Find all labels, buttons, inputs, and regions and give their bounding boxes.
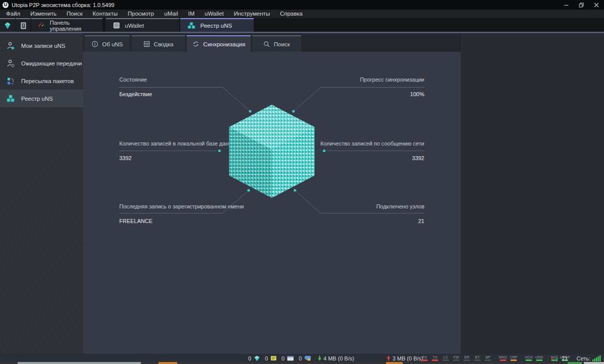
contacts-toolbar-button[interactable] [16, 18, 31, 32]
indicator-mng: MNG [498, 355, 508, 361]
sidebar-item-label: Реестр uNS [21, 96, 53, 102]
indicator-rx: RX [419, 355, 430, 361]
indicator-lc: LC [440, 355, 451, 361]
menu-item-edit[interactable]: Изменить [25, 10, 61, 18]
network-label: Сеть: [576, 355, 590, 361]
indicator-bt: BT [472, 355, 483, 361]
tab-summary[interactable]: Сводка [131, 35, 185, 52]
minimize-button[interactable] [559, 0, 574, 10]
window-controls [559, 0, 604, 10]
app-tab-label: Реестр uNS [200, 23, 232, 29]
titlebar: U Utopia P2P экосистема сборка: 1.0.5499 [0, 0, 604, 10]
indicator-bar [485, 359, 491, 361]
taskbar-segment [18, 362, 141, 364]
sidebar-item-uns-registry[interactable]: Реестр uNS [0, 90, 83, 107]
mail-counter[interactable]: 0 [281, 355, 294, 361]
taskbar-segment [568, 362, 582, 364]
window-title: Utopia P2P экосистема сборка: 1.0.5499 [12, 2, 114, 8]
cubes-icon [187, 22, 196, 30]
taskbar-sliver [0, 362, 604, 364]
stat-connected-nodes: Подключено узлов 21 [119, 203, 424, 225]
stat-network-records: Количество записей по сообщению сети 339… [119, 140, 424, 162]
tab-label: Синхронизация [203, 41, 245, 47]
sidebar-item-packet-forwarding[interactable]: Пересылка пакетов [0, 72, 83, 90]
chat-counter[interactable]: 0 [298, 355, 311, 361]
gauge-icon [38, 22, 45, 30]
menu-item-uwallet[interactable]: uWallet [200, 10, 229, 18]
app-tab-dashboard[interactable]: Панель управления [31, 18, 103, 32]
menu-item-view[interactable]: Просмотр [123, 10, 160, 18]
statusbar-separator [548, 355, 549, 361]
gem-icon [3, 22, 12, 30]
indicator-tx: TX [430, 355, 440, 361]
indicator-bar [525, 359, 532, 361]
umail-counter[interactable]: 0 [265, 355, 277, 361]
sidebar-item-my-uns-records[interactable]: Мои записи uNS [0, 37, 83, 54]
gem-counter[interactable]: 0 [248, 355, 260, 361]
sidebar-item-label: Мои записи uNS [21, 43, 65, 49]
tab-about-uns[interactable]: Об uNS [85, 35, 130, 52]
taskbar-segment [159, 362, 177, 364]
taskbar-segment [386, 362, 403, 364]
statusbar-counters: 0 0 0 0 [248, 354, 423, 362]
indicator-bar [421, 359, 428, 361]
uns-registry-panel: Об uNS Сводка Синхронизация Поиск [83, 33, 461, 354]
menu-item-tools[interactable]: Инструменты [229, 10, 275, 18]
indicator-bp: BP [483, 355, 493, 361]
download-value: 4 MB (0 B/s) [324, 355, 354, 361]
close-icon [594, 3, 599, 8]
menu-item-help[interactable]: Справка [275, 10, 308, 18]
menu-item-im[interactable]: IM [183, 10, 200, 18]
indicator-bar [453, 359, 460, 361]
sidebar: Мои записи uNS Ожидающие передачи Пересы… [0, 33, 83, 354]
counter-value: 0 [265, 355, 268, 361]
tab-label: Об uNS [102, 41, 123, 47]
cubes-icon [6, 94, 15, 103]
indicator-er: ER [462, 355, 472, 361]
indicator-uns: UNS [534, 355, 545, 361]
network-status: Сеть: [576, 354, 601, 362]
statusbar-separator [417, 355, 417, 361]
gem-icon [254, 355, 260, 361]
indicator-bar [442, 359, 449, 361]
indicator-bar [474, 359, 481, 361]
uns-tabrow: Об uNS Сводка Синхронизация Поиск [85, 35, 301, 52]
counter-value: 0 [281, 355, 284, 361]
app-tab-uwallet[interactable]: uWallet [106, 18, 179, 32]
gauge-icon [551, 355, 559, 361]
chat-icon [305, 355, 311, 361]
address-book-icon [270, 355, 277, 361]
app-tabstrip: Панель управления uWallet Реестр uNS [0, 18, 604, 32]
app-tab-uns-registry[interactable]: Реестр uNS [180, 18, 254, 32]
stat-sync-progress: Прогресс синхронизации 100% [119, 77, 424, 98]
menu-item-file[interactable]: Файл [1, 10, 25, 18]
tab-synchronization[interactable]: Синхронизация [187, 35, 251, 52]
info-icon [92, 41, 98, 47]
mail-icon [287, 356, 294, 361]
tab-search[interactable]: Поиск [252, 35, 301, 52]
menu-item-contacts[interactable]: Контакты [88, 10, 123, 18]
sync-content: Состояние Бездействие Прогресс синхрониз… [83, 52, 461, 354]
stat-label: Подключено узлов [119, 203, 424, 210]
wallet-icon [113, 22, 120, 29]
close-button[interactable] [589, 0, 604, 10]
sync-icon [192, 41, 199, 47]
upload-arrow-icon [387, 355, 391, 361]
search-icon [263, 41, 270, 47]
stat-value: 100% [119, 91, 424, 98]
restore-button[interactable] [574, 0, 589, 10]
upload-traffic: 3 MB (0 B/s) [387, 355, 423, 361]
upload-value: 3 MB (0 B/s) [393, 355, 423, 361]
stat-label: Прогресс синхронизации [119, 77, 424, 83]
indicator-bar [432, 359, 438, 361]
indicator-bar [510, 359, 517, 361]
menu-item-umail[interactable]: uMail [159, 10, 183, 18]
app-tab-label: uWallet [125, 23, 144, 29]
sidebar-item-pending-transfers[interactable]: Ожидающие передачи [0, 54, 83, 72]
tab-label: Поиск [274, 41, 290, 47]
stat-label: Количество записей по сообщению сети [119, 140, 424, 147]
menu-item-search[interactable]: Поиск [61, 10, 88, 18]
address-book-icon [20, 22, 27, 30]
gem-toolbar-button[interactable] [0, 18, 15, 32]
stat-value: 3392 [119, 155, 424, 162]
